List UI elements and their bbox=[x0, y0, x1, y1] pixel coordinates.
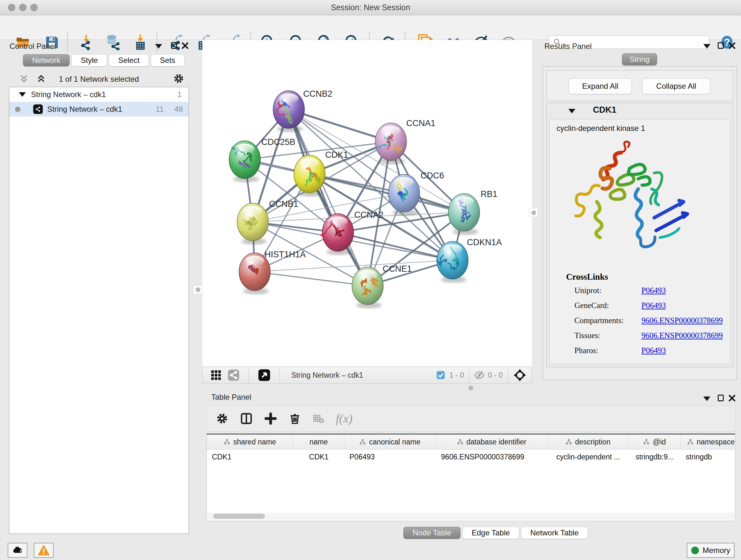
right-splitter-handle[interactable] bbox=[529, 208, 538, 217]
edge-HIST1H1A-CCNE1[interactable] bbox=[255, 272, 367, 286]
node-label-CCNA2: CCNA2 bbox=[354, 210, 384, 220]
import-table-file-button[interactable] bbox=[131, 33, 149, 51]
node-label-CCNB2: CCNB2 bbox=[303, 89, 333, 99]
cell-canonical-name[interactable]: P06493 bbox=[344, 449, 436, 464]
column-header-name[interactable]: name bbox=[293, 435, 344, 449]
node-label-CCNA1: CCNA1 bbox=[406, 118, 435, 128]
node-CCNB2[interactable]: CCNB2 bbox=[273, 89, 333, 132]
tab-edge-table[interactable]: Edge Table bbox=[462, 527, 519, 539]
crosslink-link[interactable]: P06493 bbox=[642, 346, 666, 355]
function-builder-icon[interactable]: f(x) bbox=[336, 412, 353, 426]
network-collection-row[interactable]: String Network – cdk1 1 bbox=[9, 87, 189, 102]
edge-count: 48 bbox=[174, 105, 183, 114]
share-view-icon[interactable] bbox=[227, 369, 240, 381]
node-CDC25B[interactable]: CDC25B bbox=[229, 137, 295, 182]
cell--id[interactable]: stringdb:9... bbox=[629, 449, 681, 464]
cell-shared-name[interactable]: CDK1 bbox=[207, 449, 293, 464]
toolbar-separator bbox=[156, 32, 157, 52]
table-row[interactable]: CDK1CDK1P064939606.ENSP00000378699cyclin… bbox=[207, 449, 735, 464]
tab-network[interactable]: Network bbox=[23, 54, 70, 66]
crosslink-label: GeneCard: bbox=[575, 301, 609, 310]
node-HIST1H1A[interactable]: HIST1H1A bbox=[239, 250, 306, 294]
node-CCNA1[interactable]: CCNA1 bbox=[375, 118, 435, 165]
cloud-icon bbox=[12, 545, 23, 556]
tab-network-table[interactable]: Network Table bbox=[521, 527, 588, 539]
import-network-file-button[interactable] bbox=[77, 33, 95, 51]
network-tree: String Network – cdk1 1 String Network –… bbox=[9, 87, 189, 534]
column-header-shared-name[interactable]: shared name bbox=[207, 435, 293, 449]
birdseye-toggle-icon[interactable] bbox=[258, 369, 271, 381]
tab-select[interactable]: Select bbox=[109, 54, 149, 66]
grid-view-icon[interactable] bbox=[210, 369, 222, 381]
import-network-database-button[interactable] bbox=[104, 33, 122, 51]
table-panel-close-button[interactable] bbox=[728, 394, 736, 402]
control-panel-collapse-button[interactable] bbox=[155, 44, 162, 49]
expand-all-tree-icon[interactable] bbox=[36, 73, 47, 84]
crosslink-row: GeneCard:P06493 bbox=[549, 301, 730, 316]
import-network-icon bbox=[78, 34, 94, 50]
table-panel-float-button[interactable] bbox=[718, 395, 724, 401]
node-RB1[interactable]: RB1 bbox=[448, 189, 497, 235]
delete-table-icon[interactable] bbox=[313, 413, 324, 424]
crosslink-link[interactable]: P06493 bbox=[642, 301, 666, 310]
tree-expander-icon[interactable] bbox=[19, 92, 26, 97]
collection-count: 1 bbox=[178, 90, 182, 99]
cell-namespace[interactable]: stringdb bbox=[681, 449, 735, 464]
cell-name[interactable]: CDK1 bbox=[293, 449, 344, 464]
add-column-icon[interactable] bbox=[264, 412, 277, 425]
column-header-database-identifier[interactable]: database identifier bbox=[436, 435, 548, 449]
hidden-eye-icon[interactable] bbox=[474, 370, 485, 381]
node-count: 11 bbox=[156, 105, 164, 114]
column-header-canonical-name[interactable]: canonical name bbox=[344, 435, 436, 449]
results-panel-close-button[interactable] bbox=[728, 42, 736, 50]
cdk1-expander-icon[interactable] bbox=[568, 109, 576, 113]
network-row[interactable]: String Network – cdk1 11 48 bbox=[9, 102, 189, 117]
control-panel-float-button[interactable] bbox=[171, 42, 177, 49]
crosslink-link[interactable]: 9606.ENSP00000378699 bbox=[642, 331, 723, 340]
collapse-all-tree-icon[interactable] bbox=[18, 73, 29, 84]
results-panel-collapse-button[interactable] bbox=[703, 44, 711, 49]
table-panel-collapse-button[interactable] bbox=[703, 396, 711, 401]
crosslink-link[interactable]: P06493 bbox=[642, 286, 666, 295]
expand-all-button[interactable]: Expand All bbox=[569, 78, 632, 94]
view-network-title: String Network – cdk1 bbox=[291, 371, 363, 380]
node-CDKN1A[interactable]: CDKN1A bbox=[436, 238, 502, 283]
table-toolbar: f(x) bbox=[206, 406, 735, 432]
network-graph[interactable]: CCNB2CCNA1CDC25BCDK1CDC6RB1CCNB1CCNA2CDK… bbox=[202, 40, 532, 367]
tab-string[interactable]: String bbox=[622, 53, 657, 65]
network-canvas[interactable]: CCNB2CCNA1CDC25BCDK1CDC6RB1CCNB1CCNA2CDK… bbox=[202, 40, 532, 367]
table-options-gear-icon[interactable] bbox=[216, 412, 228, 425]
results-panel-float-button[interactable] bbox=[718, 42, 724, 49]
memory-status-dot bbox=[691, 547, 699, 554]
memory-button[interactable]: Memory bbox=[687, 543, 735, 558]
node-CCNE1[interactable]: CCNE1 bbox=[352, 264, 412, 308]
column-header--id[interactable]: @id bbox=[629, 435, 681, 449]
scrollbar-thumb[interactable] bbox=[213, 514, 265, 519]
tab-style[interactable]: Style bbox=[71, 54, 107, 66]
protein-description: cyclin-dependent kinase 1 bbox=[556, 124, 645, 133]
cell-database-identifier[interactable]: 9606.ENSP00000378699 bbox=[436, 449, 548, 464]
edge-CCNB2-CCNE1[interactable] bbox=[289, 110, 367, 286]
network-options-gear-icon[interactable] bbox=[173, 73, 185, 84]
network-label: String Network – cdk1 bbox=[47, 105, 122, 114]
show-columns-icon[interactable] bbox=[240, 412, 253, 425]
left-splitter-handle[interactable] bbox=[193, 285, 202, 294]
warning-status-button[interactable] bbox=[34, 543, 54, 558]
control-panel-close-button[interactable] bbox=[181, 42, 189, 50]
bottom-splitter-handle[interactable] bbox=[467, 384, 475, 392]
column-header-namespace[interactable]: namespace bbox=[681, 435, 735, 449]
delete-column-icon[interactable] bbox=[288, 412, 301, 425]
cell-description[interactable]: cyclin-dependent ... bbox=[548, 449, 629, 464]
table-horizontal-scrollbar[interactable] bbox=[207, 513, 734, 520]
tab-node-table[interactable]: Node Table bbox=[403, 527, 461, 539]
tab-sets[interactable]: Sets bbox=[151, 54, 185, 66]
network-collection-label: String Network – cdk1 bbox=[31, 90, 106, 99]
crosslink-link[interactable]: 9606.ENSP00000378699 bbox=[642, 316, 723, 325]
collapse-all-button[interactable]: Collapse All bbox=[642, 78, 711, 94]
cloud-status-button[interactable] bbox=[8, 543, 27, 558]
node-CCNB1[interactable]: CCNB1 bbox=[237, 199, 298, 245]
fit-content-crosshair-icon[interactable] bbox=[513, 368, 527, 382]
column-header-description[interactable]: description bbox=[548, 435, 629, 449]
selected-checkbox-icon[interactable] bbox=[436, 370, 446, 380]
table-panel-title: Table Panel bbox=[211, 393, 251, 401]
